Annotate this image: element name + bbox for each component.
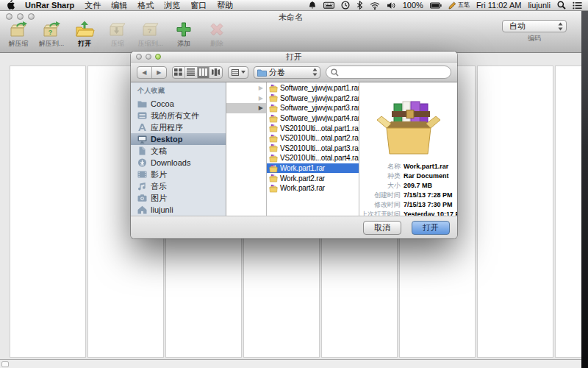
main-toolbar: 解压缩 ? 解压到... 打开 <box>4 21 231 49</box>
rar-file-icon <box>269 184 278 193</box>
pen-icon <box>448 1 456 10</box>
compress-to-button[interactable]: ? 压缩到... <box>137 21 165 49</box>
battery-icon[interactable] <box>430 1 442 10</box>
bluetooth-icon[interactable] <box>356 1 363 10</box>
svg-text:?: ? <box>49 29 53 36</box>
arrange-icon <box>232 69 239 76</box>
menu-format[interactable]: 格式 <box>137 0 154 11</box>
sidebar-item-movies[interactable]: 影片 <box>131 169 226 180</box>
file-row[interactable]: Work.part2.rar <box>267 173 359 183</box>
sidebar-item-downloads[interactable]: Downloads <box>131 157 226 169</box>
preview-icon-area <box>359 82 457 156</box>
battery-percentage: 100% <box>403 1 423 10</box>
stepper-icon <box>312 68 318 77</box>
downloads-icon <box>137 158 147 167</box>
compress-button[interactable]: 压缩 <box>104 21 132 49</box>
extract-button[interactable]: 解压缩 <box>4 21 32 49</box>
menu-edit[interactable]: 编辑 <box>111 0 127 11</box>
time-machine-icon[interactable] <box>341 1 350 10</box>
search-field[interactable] <box>326 66 451 79</box>
dialog-open-button[interactable]: 打开 <box>412 221 450 235</box>
file-row[interactable]: VS2010Ulti...otal.part1.rar <box>267 123 359 133</box>
horizontal-scrollbar[interactable] <box>0 359 581 368</box>
sidebar-item-cocoa[interactable]: Cocoa <box>131 98 226 110</box>
encoding-value: 自动 <box>509 21 558 32</box>
coverflow-view-button[interactable] <box>209 67 222 78</box>
icon-view-button[interactable] <box>173 67 185 78</box>
encoding-dropdown[interactable]: 自动 <box>502 20 567 32</box>
apple-menu-icon[interactable] <box>7 0 15 11</box>
parent-row[interactable]: ▶ <box>226 93 266 104</box>
extract-to-button[interactable]: ? 解压到... <box>37 21 65 49</box>
file-row[interactable]: Work.part3.rar <box>267 183 359 194</box>
file-row[interactable]: Software_yjwvjw.part4.rar <box>267 113 359 124</box>
dialog-toolbar: ◀ ▶ 分卷 <box>131 63 457 82</box>
keyboard-icon[interactable] <box>323 1 334 10</box>
arrange-menu-button[interactable] <box>228 66 248 79</box>
camera-icon <box>137 194 147 202</box>
dialog-body: 个人收藏 Cocoa 我的所有文件 应用程序 Desktop 文稿 <box>131 82 457 216</box>
metadata-row: 上次打开时间 Yesterday 10:17 PM <box>359 210 457 216</box>
menu-view[interactable]: 浏览 <box>164 0 180 11</box>
volume-icon[interactable] <box>387 1 396 10</box>
column-view-icon <box>199 68 207 76</box>
file-row[interactable]: VS2010Ulti...otal.part4.rar <box>267 153 359 163</box>
view-mode-control <box>172 66 223 79</box>
sidebar-item-all-my-files[interactable]: 我的所有文件 <box>131 110 226 121</box>
open-button[interactable]: 打开 <box>71 21 98 49</box>
wifi-icon[interactable] <box>370 1 380 10</box>
menu-help[interactable]: 帮助 <box>217 0 233 11</box>
metadata-row: 种类 Rar Document <box>359 171 457 181</box>
forward-button[interactable]: ▶ <box>152 67 167 78</box>
folder-icon <box>137 99 147 108</box>
menubar-username[interactable]: liujunli <box>528 1 551 10</box>
notification-center-icon[interactable] <box>573 1 582 10</box>
file-row[interactable]: Software_yjwvjw.part2.rar <box>267 93 359 104</box>
sidebar-item-music[interactable]: 音乐 <box>131 180 226 192</box>
svg-text:?: ? <box>148 27 152 35</box>
scrollbar-thumb[interactable] <box>1 361 9 367</box>
file-row[interactable]: Software_yjwvjw.part3.rar <box>267 103 359 113</box>
add-button[interactable]: 添加 <box>170 21 198 49</box>
rar-file-icon <box>269 84 278 93</box>
open-dialog: 打开 ◀ ▶ 分卷 <box>131 52 457 238</box>
rar-file-icon <box>269 174 278 183</box>
file-list: Software_yjwvjw.part1.rar Software_yjwvj… <box>267 82 359 216</box>
menubar-app-name[interactable]: UnRar Sharp <box>25 1 74 10</box>
dialog-titlebar: 打开 <box>131 52 457 63</box>
location-dropdown[interactable]: 分卷 <box>254 66 320 79</box>
compress-to-icon: ? <box>140 21 162 38</box>
column-view-button[interactable] <box>198 67 210 78</box>
sidebar-item-desktop[interactable]: Desktop <box>131 133 226 145</box>
input-method-indicator[interactable]: 五笔 <box>448 1 470 10</box>
movies-icon <box>137 170 147 179</box>
list-view-button[interactable] <box>185 67 198 78</box>
rar-archive-preview-icon <box>375 97 442 156</box>
system-menubar: UnRar Sharp 文件 编辑 格式 浏览 窗口 帮助 100% <box>0 0 588 11</box>
menu-window[interactable]: 窗口 <box>190 0 207 11</box>
preview-metadata: 名称 Work.part1.rar 种类 Rar Document 大小 209… <box>359 156 457 216</box>
spotlight-icon[interactable] <box>557 1 566 10</box>
search-icon <box>331 68 339 77</box>
cancel-button[interactable]: 取消 <box>363 221 401 235</box>
preview-pane: 名称 Work.part1.rar 种类 Rar Document 大小 209… <box>359 82 457 216</box>
delete-button[interactable]: 删除 <box>203 21 231 49</box>
metadata-row: 大小 209.7 MB <box>359 181 457 191</box>
file-row[interactable]: VS2010Ulti...otal.part2.rar <box>267 133 359 144</box>
sidebar-item-documents[interactable]: 文稿 <box>131 145 226 157</box>
back-button[interactable]: ◀ <box>137 67 152 78</box>
parent-row-selected[interactable]: ▶ <box>226 103 266 113</box>
menu-file[interactable]: 文件 <box>85 0 101 11</box>
search-input[interactable] <box>342 68 446 77</box>
file-row[interactable]: VS2010Ulti...otal.part3.rar <box>267 144 359 154</box>
music-note-icon <box>137 182 147 191</box>
file-row[interactable]: Software_yjwvjw.part1.rar <box>267 83 359 93</box>
sidebar-item-applications[interactable]: 应用程序 <box>131 121 226 133</box>
sidebar-item-home[interactable]: liujunli <box>131 204 226 216</box>
menubar-clock[interactable]: Fri 11:02 AM <box>476 1 522 10</box>
notification-bell-icon[interactable] <box>308 1 317 10</box>
file-row-selected[interactable]: Work.part1.rar <box>267 163 359 174</box>
parent-row[interactable]: ▶ <box>226 83 266 93</box>
extract-to-icon: ? <box>40 21 62 38</box>
sidebar-item-pictures[interactable]: 图片 <box>131 192 226 204</box>
